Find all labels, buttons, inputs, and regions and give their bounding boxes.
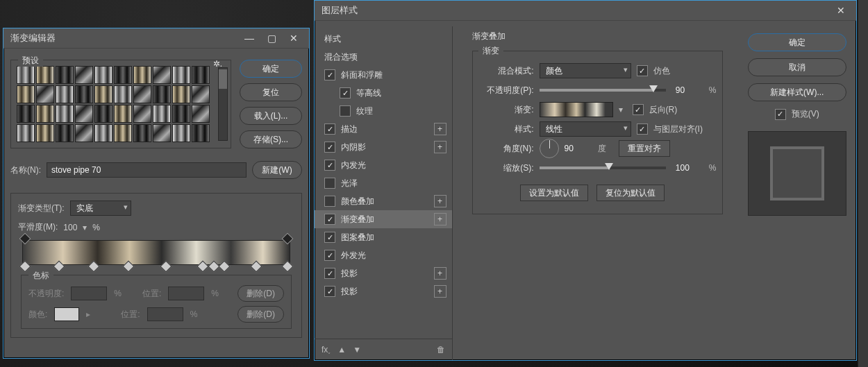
effect-drop-shadow[interactable]: 投影+ <box>315 264 452 282</box>
presets-gear-icon[interactable]: ✲. <box>209 59 226 69</box>
ok-button[interactable]: 确定 <box>748 33 846 51</box>
reset-default-button[interactable]: 复位为默认值 <box>596 185 665 201</box>
add-effect-icon[interactable]: + <box>434 195 446 207</box>
preset-swatch[interactable] <box>133 66 151 84</box>
preset-swatch[interactable] <box>36 66 54 84</box>
preset-swatch[interactable] <box>56 124 74 142</box>
color-stop[interactable] <box>197 261 209 273</box>
blend-options-item[interactable]: 混合选项 <box>315 48 452 66</box>
preset-swatch[interactable] <box>36 124 54 142</box>
color-stop[interactable] <box>282 261 294 273</box>
checkbox[interactable] <box>340 87 351 99</box>
stop-location-input[interactable] <box>168 287 204 300</box>
preset-swatch[interactable] <box>172 105 190 123</box>
checkbox[interactable] <box>324 232 335 243</box>
preset-swatch[interactable] <box>114 85 132 103</box>
gradient-editor-titlebar[interactable]: 渐变编辑器 — ▢ ✕ <box>3 28 309 49</box>
effect-bevel[interactable]: 斜面和浮雕 <box>315 66 452 84</box>
preset-swatch[interactable] <box>94 66 112 84</box>
color-stop[interactable] <box>251 261 262 273</box>
add-effect-icon[interactable]: + <box>434 123 446 135</box>
preset-swatch[interactable] <box>114 66 132 84</box>
add-effect-icon[interactable]: + <box>434 267 446 280</box>
opacity-slider[interactable] <box>540 89 666 92</box>
preset-swatch[interactable] <box>56 105 74 123</box>
cancel-button[interactable]: 取消 <box>748 58 846 76</box>
scale-slider[interactable] <box>540 167 666 169</box>
preview-checkbox[interactable] <box>775 109 786 120</box>
reset-button[interactable]: 复位 <box>240 83 302 101</box>
preset-swatch[interactable] <box>172 124 190 142</box>
presets-scrollbar[interactable] <box>218 67 228 141</box>
color-stop[interactable] <box>53 261 65 273</box>
preset-swatch[interactable] <box>153 66 171 84</box>
opacity-stop[interactable] <box>19 233 31 245</box>
checkbox[interactable] <box>324 69 335 80</box>
angle-dial[interactable] <box>540 139 559 158</box>
effect-texture[interactable]: 纹理 <box>315 102 452 120</box>
new-style-button[interactable]: 新建样式(W)... <box>748 83 846 101</box>
preset-swatch[interactable] <box>17 105 35 123</box>
preset-swatch[interactable] <box>153 124 171 142</box>
style-dropdown[interactable]: 线性 <box>540 121 631 137</box>
gradient-name-field[interactable]: stove pipe 70 <box>47 162 247 178</box>
effect-satin[interactable]: 光泽 <box>315 174 452 192</box>
preset-swatch[interactable] <box>36 105 54 123</box>
make-default-button[interactable]: 设置为默认值 <box>520 185 588 201</box>
preset-swatch[interactable] <box>192 105 210 123</box>
opacity-value[interactable]: 90 <box>676 85 703 95</box>
checkbox[interactable] <box>324 268 335 279</box>
preset-swatch[interactable] <box>153 85 171 103</box>
preset-swatch[interactable] <box>94 105 112 123</box>
preset-swatch[interactable] <box>94 85 112 103</box>
color-stop[interactable] <box>219 261 231 273</box>
checkbox[interactable] <box>324 250 335 261</box>
layer-style-titlebar[interactable]: 图层样式 ✕ <box>315 1 856 21</box>
load-button[interactable]: 载入(L)... <box>240 107 302 125</box>
dither-checkbox[interactable] <box>637 65 648 76</box>
preset-swatch[interactable] <box>75 105 93 123</box>
checkbox[interactable] <box>324 196 335 207</box>
preset-swatch[interactable] <box>133 85 151 103</box>
delete-color-stop-button[interactable]: 删除(D) <box>237 306 284 323</box>
new-button[interactable]: 新建(W) <box>252 161 302 179</box>
save-button[interactable]: 存储(S)... <box>240 130 302 148</box>
effect-drop-shadow-2[interactable]: 投影+ <box>315 282 452 300</box>
trash-icon[interactable]: 🗑 <box>437 345 445 355</box>
angle-value[interactable]: 90 <box>565 144 592 153</box>
preset-swatch[interactable] <box>172 85 190 103</box>
effect-pattern-overlay[interactable]: 图案叠加 <box>315 228 452 246</box>
maximize-button[interactable]: ▢ <box>260 31 283 46</box>
delete-opacity-stop-button[interactable]: 删除(D) <box>237 285 284 302</box>
preset-swatch[interactable] <box>114 124 132 142</box>
preset-swatch[interactable] <box>36 85 54 103</box>
add-effect-icon[interactable]: + <box>434 213 446 225</box>
checkbox[interactable] <box>324 123 335 135</box>
preset-swatch[interactable] <box>192 66 210 84</box>
preset-swatch[interactable] <box>114 105 132 123</box>
effect-stroke[interactable]: 描边+ <box>315 120 452 138</box>
fx-icon[interactable]: fx˯ <box>322 345 331 355</box>
preset-swatch[interactable] <box>75 85 93 103</box>
move-down-icon[interactable]: ▼ <box>353 345 361 355</box>
color-stop[interactable] <box>88 261 100 273</box>
preset-swatch[interactable] <box>17 66 35 84</box>
gradient-type-dropdown[interactable]: 实底 <box>70 200 131 216</box>
gradient-picker[interactable] <box>540 102 613 117</box>
move-up-icon[interactable]: ▲ <box>337 345 346 355</box>
preset-swatch[interactable] <box>56 85 74 103</box>
preset-swatch[interactable] <box>133 124 151 142</box>
effect-outer-glow[interactable]: 外发光 <box>315 246 452 264</box>
preset-swatch[interactable] <box>94 124 112 142</box>
stop-color-swatch[interactable] <box>54 307 79 321</box>
minimize-button[interactable]: — <box>238 31 260 46</box>
color-stop[interactable] <box>122 261 134 273</box>
stop-color-location-input[interactable] <box>147 307 183 321</box>
align-checkbox[interactable] <box>637 123 648 135</box>
checkbox[interactable] <box>340 105 351 117</box>
effect-gradient-overlay[interactable]: 渐变叠加+ <box>315 210 452 228</box>
checkbox[interactable] <box>324 142 335 153</box>
preset-swatch[interactable] <box>75 124 93 142</box>
preset-swatch[interactable] <box>192 85 210 103</box>
close-button[interactable]: ✕ <box>830 3 852 18</box>
